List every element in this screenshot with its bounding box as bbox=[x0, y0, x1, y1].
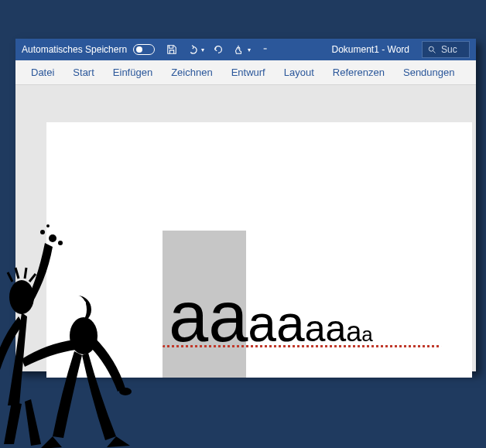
autosave-toggle[interactable] bbox=[133, 44, 155, 55]
char: a bbox=[276, 298, 305, 349]
redo-icon[interactable] bbox=[212, 43, 224, 56]
undo-icon[interactable] bbox=[186, 43, 198, 56]
document-title: Dokument1 - Word bbox=[332, 44, 409, 55]
tab-layout[interactable]: Layout bbox=[275, 60, 323, 85]
char: a bbox=[346, 318, 361, 346]
svg-point-0 bbox=[429, 46, 433, 51]
char: a bbox=[208, 281, 248, 352]
touch-icon[interactable] bbox=[232, 43, 245, 56]
qat-more-icon[interactable]: ⁼ bbox=[258, 43, 271, 56]
tab-zeichnen[interactable]: Zeichnen bbox=[162, 60, 221, 85]
svg-line-1 bbox=[433, 51, 436, 53]
save-icon[interactable] bbox=[166, 43, 178, 56]
title-bar: Automatisches Speichern ▾ ▾ ⁼ Dokument1 … bbox=[15, 39, 476, 60]
autosave-label: Automatisches Speichern bbox=[22, 44, 127, 55]
page[interactable]: aaaaaaaa bbox=[46, 122, 472, 378]
tab-entwurf[interactable]: Entwurf bbox=[222, 60, 275, 85]
ribbon-tabs: Datei Start Einfügen Zeichnen Entwurf La… bbox=[15, 60, 476, 85]
undo-dropdown[interactable]: ▾ bbox=[201, 46, 204, 53]
svg-point-11 bbox=[119, 388, 132, 395]
tab-einfuegen[interactable]: Einfügen bbox=[104, 60, 162, 85]
quick-access-toolbar: ▾ ▾ ⁼ bbox=[166, 43, 271, 56]
touch-dropdown[interactable]: ▾ bbox=[248, 46, 251, 53]
char: a bbox=[305, 310, 326, 347]
tab-datei[interactable]: Datei bbox=[22, 60, 63, 85]
tab-referenzen[interactable]: Referenzen bbox=[323, 60, 394, 85]
search-icon bbox=[427, 45, 436, 54]
search-box[interactable]: Suc bbox=[422, 41, 470, 58]
char: a bbox=[248, 298, 276, 349]
tab-start[interactable]: Start bbox=[63, 60, 103, 85]
search-placeholder: Suc bbox=[441, 44, 457, 55]
char: a bbox=[361, 324, 372, 344]
char: a bbox=[169, 281, 208, 352]
document-area: aaaaaaaa bbox=[15, 101, 476, 371]
ruler bbox=[15, 85, 476, 101]
char: a bbox=[325, 310, 346, 347]
document-text[interactable]: aaaaaaaa bbox=[169, 281, 373, 352]
spellcheck-underline bbox=[163, 345, 441, 347]
word-window: Automatisches Speichern ▾ ▾ ⁼ Dokument1 … bbox=[15, 39, 476, 371]
tab-sendungen[interactable]: Sendungen bbox=[394, 60, 464, 85]
